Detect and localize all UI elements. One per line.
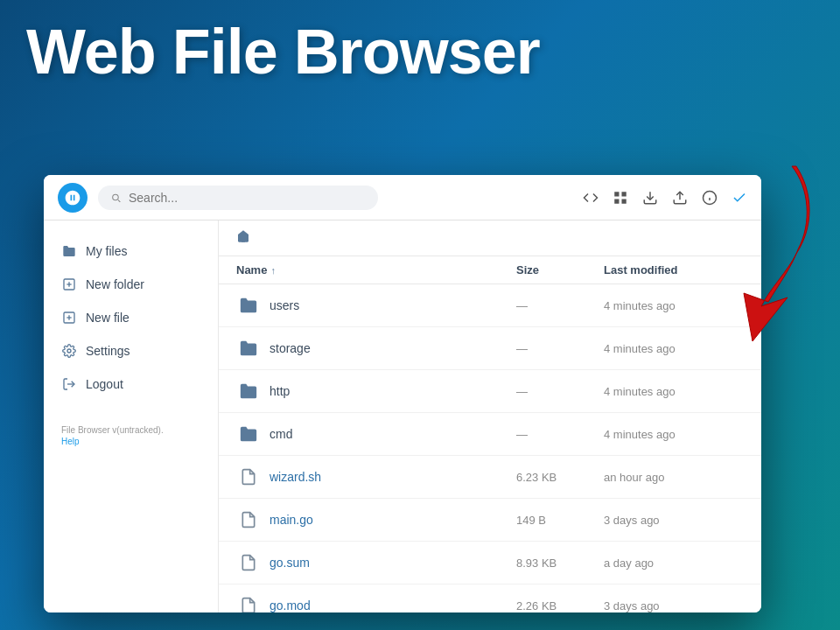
logout-label: Logout [86, 377, 123, 391]
sidebar-item-my-files[interactable]: My files [44, 234, 218, 268]
app-logo[interactable] [58, 183, 88, 213]
browser-window: My files New folder New file Settings [44, 175, 761, 612]
search-icon [110, 192, 122, 204]
file-name-1: storage [270, 341, 516, 355]
folder-row-icon [239, 382, 258, 401]
file-size-7: 2.26 KB [516, 599, 604, 612]
table-row[interactable]: go.sum 8.93 KB a day ago [219, 542, 761, 584]
svg-rect-1 [622, 192, 626, 196]
sidebar-footer: File Browser v(untracked). Help [44, 418, 218, 453]
file-row-icon [240, 553, 257, 572]
column-name: Name ↑ [236, 263, 516, 276]
file-name-0: users [270, 298, 516, 312]
sidebar-item-new-file[interactable]: New file [44, 301, 218, 334]
help-link[interactable]: Help [61, 437, 200, 446]
file-modified-7: 3 days ago [604, 599, 744, 612]
svg-rect-0 [614, 192, 619, 196]
table-row[interactable]: cmd — 4 minutes ago [219, 413, 761, 456]
search-input[interactable] [129, 191, 366, 205]
file-name-4: wizard.sh [270, 470, 516, 484]
svg-point-15 [67, 349, 71, 353]
file-name-3: cmd [270, 427, 516, 441]
file-icon-2 [236, 379, 261, 403]
file-name-7: go.mod [270, 598, 516, 612]
file-size-0: — [516, 299, 604, 312]
file-icon-0 [236, 293, 261, 318]
file-name-2: http [270, 384, 516, 398]
new-folder-label: New folder [86, 277, 144, 291]
topbar [44, 175, 761, 220]
sidebar: My files New folder New file Settings [44, 220, 219, 612]
search-bar[interactable] [98, 186, 378, 210]
file-row-icon [240, 510, 257, 529]
sidebar-item-new-folder[interactable]: New folder [44, 268, 218, 301]
sort-arrow: ↑ [270, 265, 276, 276]
folder-row-icon [239, 339, 258, 358]
svg-rect-2 [614, 199, 619, 203]
sidebar-item-settings[interactable]: Settings [44, 334, 218, 368]
grid-icon [612, 190, 628, 206]
settings-label: Settings [86, 344, 130, 358]
settings-icon [61, 343, 77, 359]
new-file-label: New file [86, 311, 130, 325]
main-layout: My files New folder New file Settings [44, 220, 761, 612]
folder-row-icon [239, 296, 258, 315]
code-icon [583, 190, 598, 206]
file-size-5: 149 B [516, 514, 604, 527]
file-size-1: — [516, 342, 604, 355]
folder-icon [61, 243, 77, 259]
file-modified-5: 3 days ago [604, 514, 744, 527]
file-size-3: — [516, 428, 604, 441]
file-name-5: main.go [270, 513, 516, 527]
file-icon-1 [236, 336, 261, 360]
table-row[interactable]: go.mod 2.26 KB 3 days ago [219, 584, 761, 612]
file-icon-4 [236, 465, 261, 489]
page-title: Web File Browser [26, 16, 540, 88]
file-icon-5 [236, 508, 261, 532]
sidebar-item-logout[interactable]: Logout [44, 368, 218, 401]
file-size-6: 8.93 KB [516, 556, 604, 570]
file-modified-2: 4 minutes ago [604, 385, 744, 398]
column-size: Size [516, 263, 604, 276]
home-breadcrumb[interactable] [236, 229, 250, 247]
table-row[interactable]: main.go 149 B 3 days ago [219, 499, 761, 542]
file-icon-7 [236, 593, 261, 612]
download-button[interactable] [642, 190, 658, 206]
table-row[interactable]: http — 4 minutes ago [219, 370, 761, 413]
file-size-4: 6.23 KB [516, 471, 604, 484]
my-files-label: My files [86, 244, 127, 258]
grid-view-button[interactable] [612, 190, 628, 206]
table-row[interactable]: wizard.sh 6.23 KB an hour ago [219, 456, 761, 499]
download-icon [642, 190, 658, 206]
code-view-button[interactable] [583, 190, 598, 206]
file-icon-6 [236, 550, 261, 575]
folder-row-icon [239, 424, 258, 444]
file-row-icon [240, 467, 257, 486]
new-folder-icon [61, 276, 77, 292]
file-modified-3: 4 minutes ago [604, 428, 744, 441]
home-icon [236, 229, 250, 243]
version-text: File Browser v(untracked). [61, 425, 200, 435]
logo-icon [64, 189, 81, 206]
file-modified-4: an hour ago [604, 471, 744, 484]
file-row-icon [240, 596, 257, 612]
new-file-icon [61, 310, 77, 326]
logout-icon [61, 376, 77, 392]
file-modified-6: a day ago [604, 556, 744, 570]
file-size-2: — [516, 385, 604, 398]
svg-rect-3 [622, 199, 626, 203]
file-icon-3 [236, 422, 261, 446]
decorative-arrow [674, 158, 814, 350]
file-name-6: go.sum [270, 556, 516, 570]
